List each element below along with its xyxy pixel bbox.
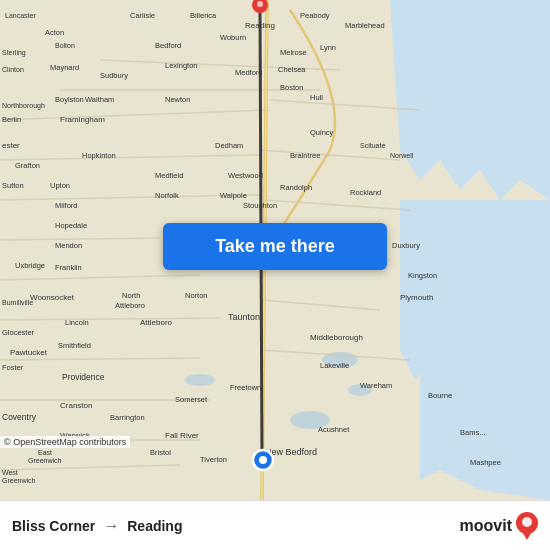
svg-text:Norton: Norton xyxy=(185,291,208,300)
svg-text:Walpole: Walpole xyxy=(220,191,247,200)
svg-text:Somerset: Somerset xyxy=(175,395,208,404)
moovit-pin-icon xyxy=(516,512,538,540)
svg-text:Dedham: Dedham xyxy=(215,141,243,150)
svg-text:Grafton: Grafton xyxy=(15,161,40,170)
svg-text:Boston: Boston xyxy=(280,83,303,92)
svg-text:Cranston: Cranston xyxy=(60,401,92,410)
svg-text:Glocester: Glocester xyxy=(2,328,35,337)
svg-text:North: North xyxy=(122,291,140,300)
bottom-bar: Bliss Corner → Reading moovit xyxy=(0,500,550,550)
svg-text:Waltham: Waltham xyxy=(85,95,114,104)
svg-text:Reading: Reading xyxy=(245,21,275,30)
svg-text:Lexington: Lexington xyxy=(165,61,198,70)
route-info: Bliss Corner → Reading xyxy=(12,517,182,535)
svg-point-122 xyxy=(259,456,267,464)
svg-text:Barrington: Barrington xyxy=(110,413,145,422)
svg-text:Bams...: Bams... xyxy=(460,428,485,437)
moovit-text: moovit xyxy=(460,517,512,535)
svg-marker-3 xyxy=(390,0,550,200)
svg-text:Sterling: Sterling xyxy=(2,49,26,57)
svg-text:Stoughton: Stoughton xyxy=(243,201,277,210)
svg-text:Duxbury: Duxbury xyxy=(392,241,420,250)
map-container: Reading Peabody Marblehead Carlisle Bill… xyxy=(0,0,550,500)
svg-text:Medfield: Medfield xyxy=(155,171,183,180)
svg-text:Attleboro: Attleboro xyxy=(140,318,173,327)
svg-text:Clinton: Clinton xyxy=(2,66,24,73)
svg-text:Hopkinton: Hopkinton xyxy=(82,151,116,160)
svg-text:Bolton: Bolton xyxy=(55,42,75,49)
svg-text:Middleborough: Middleborough xyxy=(310,333,363,342)
svg-text:Lancaster: Lancaster xyxy=(5,12,36,19)
svg-text:Braintree: Braintree xyxy=(290,151,320,160)
svg-text:Rockland: Rockland xyxy=(350,188,381,197)
svg-text:Randolph: Randolph xyxy=(280,183,312,192)
svg-text:Woonsocket: Woonsocket xyxy=(30,293,75,302)
moovit-logo: moovit xyxy=(460,512,538,540)
svg-text:Framingham: Framingham xyxy=(60,115,105,124)
svg-text:Norfolk: Norfolk xyxy=(155,191,179,200)
svg-text:Sudbury: Sudbury xyxy=(100,71,128,80)
svg-text:Wareham: Wareham xyxy=(360,381,392,390)
svg-text:Bumillville: Bumillville xyxy=(2,299,33,306)
svg-text:Taunton: Taunton xyxy=(228,312,260,322)
svg-text:Quincy: Quincy xyxy=(310,128,334,137)
svg-text:Lakeville: Lakeville xyxy=(320,361,349,370)
svg-text:Tiverton: Tiverton xyxy=(200,455,227,464)
svg-text:Greenwich: Greenwich xyxy=(28,457,62,464)
svg-text:Sutton: Sutton xyxy=(2,181,24,190)
svg-text:Freetown: Freetown xyxy=(230,383,261,392)
svg-text:Marblehead: Marblehead xyxy=(345,21,385,30)
svg-text:Uxbridge: Uxbridge xyxy=(15,261,45,270)
svg-point-125 xyxy=(522,517,532,527)
svg-text:Milford: Milford xyxy=(55,201,78,210)
svg-text:Coventry: Coventry xyxy=(2,412,37,422)
svg-text:Westwood: Westwood xyxy=(228,171,263,180)
svg-text:Northborough: Northborough xyxy=(2,102,45,110)
svg-text:Lynn: Lynn xyxy=(320,43,336,52)
svg-text:Peabody: Peabody xyxy=(300,11,330,20)
svg-text:Newton: Newton xyxy=(165,95,190,104)
osm-attribution: © OpenStreetMap contributors xyxy=(0,436,130,448)
svg-text:Scituate: Scituate xyxy=(360,142,385,149)
svg-text:Smithfield: Smithfield xyxy=(58,341,91,350)
svg-text:ester: ester xyxy=(2,141,20,150)
svg-text:Carlisle: Carlisle xyxy=(130,11,155,20)
route-destination: Reading xyxy=(127,518,182,534)
svg-text:Franklin: Franklin xyxy=(55,263,82,272)
take-me-there-button[interactable]: Take me there xyxy=(163,223,387,270)
route-origin: Bliss Corner xyxy=(12,518,95,534)
svg-text:Acushnet: Acushnet xyxy=(318,425,350,434)
svg-text:Acton: Acton xyxy=(45,28,64,37)
svg-text:Bristol: Bristol xyxy=(150,448,171,457)
svg-text:Pawtucket: Pawtucket xyxy=(10,348,48,357)
svg-text:Fall River: Fall River xyxy=(165,431,199,440)
svg-point-9 xyxy=(185,374,215,386)
svg-text:Providence: Providence xyxy=(62,372,105,382)
svg-text:Maynard: Maynard xyxy=(50,63,79,72)
svg-marker-124 xyxy=(520,528,534,540)
svg-text:Bourne: Bourne xyxy=(428,391,452,400)
svg-text:Kingston: Kingston xyxy=(408,271,437,280)
svg-text:Chelsea: Chelsea xyxy=(278,65,306,74)
svg-text:Medford: Medford xyxy=(235,68,263,77)
svg-text:Lincoln: Lincoln xyxy=(65,318,89,327)
svg-text:Berlin: Berlin xyxy=(2,115,21,124)
svg-text:Bedford: Bedford xyxy=(155,41,181,50)
route-arrow: → xyxy=(103,517,119,535)
svg-text:Woburn: Woburn xyxy=(220,33,246,42)
svg-text:West: West xyxy=(2,469,18,476)
svg-text:Greenwich: Greenwich xyxy=(2,477,36,484)
svg-text:Attleboro: Attleboro xyxy=(115,301,145,310)
svg-text:Boylston: Boylston xyxy=(55,95,84,104)
svg-text:Mendon: Mendon xyxy=(55,241,82,250)
svg-text:Foster: Foster xyxy=(2,363,24,372)
svg-text:Hopedale: Hopedale xyxy=(55,221,87,230)
svg-text:Norwell: Norwell xyxy=(390,152,414,159)
svg-text:Hull: Hull xyxy=(310,93,323,102)
svg-point-120 xyxy=(257,1,263,7)
svg-text:Melrose: Melrose xyxy=(280,48,307,57)
svg-text:Mashpee: Mashpee xyxy=(470,458,501,467)
svg-text:Billerica: Billerica xyxy=(190,11,217,20)
svg-text:East: East xyxy=(38,449,52,456)
svg-text:Plymouth: Plymouth xyxy=(400,293,433,302)
